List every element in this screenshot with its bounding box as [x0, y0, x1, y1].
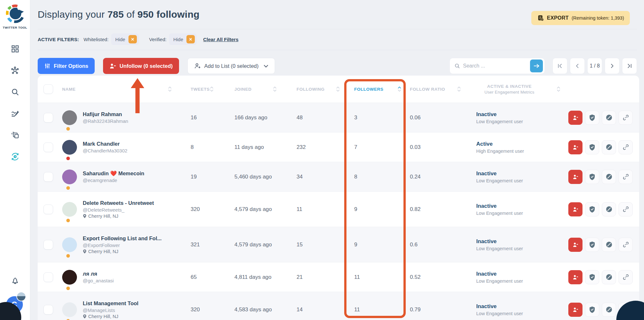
- row-checkbox[interactable]: [43, 113, 53, 123]
- column-header-following[interactable]: FOLLOWING: [297, 87, 325, 92]
- row-unfollow-button[interactable]: [568, 270, 582, 284]
- row-unfollow-button[interactable]: [568, 140, 582, 154]
- column-header-status[interactable]: ACTIVE & INACTIVE: [487, 84, 532, 89]
- row-checkbox[interactable]: [43, 205, 53, 214]
- user-name[interactable]: ля ля: [83, 271, 114, 277]
- copy-link-button[interactable]: [619, 111, 633, 125]
- search-input[interactable]: [463, 63, 530, 69]
- sort-icon-followers-active[interactable]: [398, 87, 401, 92]
- row-checkbox[interactable]: [43, 240, 53, 250]
- row-checkbox[interactable]: [43, 305, 53, 315]
- avatar[interactable]: [62, 110, 77, 125]
- block-button[interactable]: [602, 170, 616, 184]
- row-unfollow-button[interactable]: [568, 111, 582, 125]
- whitelist-shield-button[interactable]: [585, 303, 599, 317]
- follow-ratio-value: 0.82: [406, 206, 465, 213]
- user-name[interactable]: Saharudin ❤️ Memecoin: [83, 170, 144, 177]
- block-button[interactable]: [602, 238, 616, 252]
- clear-all-filters-link[interactable]: Clear All Filters: [203, 37, 238, 42]
- row-unfollow-button[interactable]: [568, 202, 582, 216]
- avatar[interactable]: [62, 169, 77, 184]
- user-name[interactable]: List Management Tool: [83, 300, 138, 306]
- copy-link-button[interactable]: [619, 170, 633, 184]
- whitelist-shield-button[interactable]: [585, 140, 599, 154]
- status-dot: [66, 219, 70, 222]
- copy-link-button[interactable]: [619, 202, 633, 216]
- sort-icon-follow-ratio[interactable]: [457, 87, 461, 92]
- followers-value: 7: [344, 144, 406, 151]
- sort-icon-status[interactable]: [557, 87, 560, 92]
- block-button[interactable]: [602, 140, 616, 154]
- shield-check-icon: [589, 241, 595, 248]
- copy-link-button[interactable]: [619, 238, 633, 252]
- dashboard-icon[interactable]: [10, 44, 20, 54]
- user-handle[interactable]: @DeleteRetweets_: [83, 207, 154, 213]
- row-checkbox[interactable]: [43, 272, 53, 282]
- sort-icon-following[interactable]: [336, 87, 340, 92]
- row-checkbox[interactable]: [43, 142, 53, 152]
- remove-filter-icon[interactable]: ✕: [128, 35, 137, 43]
- user-handle[interactable]: @ChandlerMa30302: [83, 148, 128, 153]
- whitelist-shield-button[interactable]: [585, 238, 599, 252]
- export-button[interactable]: EXPORT (Remaining token: 1,393): [531, 11, 630, 25]
- user-handle[interactable]: @ManageLists: [83, 307, 138, 313]
- network-hub-icon[interactable]: [10, 66, 20, 75]
- whitelist-shield-button[interactable]: [585, 111, 599, 125]
- notifications-bell-icon[interactable]: [10, 276, 20, 285]
- whitelist-shield-button[interactable]: [585, 170, 599, 184]
- prev-page-button[interactable]: [570, 58, 585, 74]
- copy-link-button[interactable]: [619, 140, 633, 154]
- remove-filter-icon[interactable]: ✕: [186, 35, 195, 43]
- compose-edit-icon[interactable]: [10, 109, 20, 118]
- filter-options-button[interactable]: Filter Options: [38, 58, 95, 74]
- search-submit-button[interactable]: [530, 59, 543, 72]
- select-all-checkbox[interactable]: [43, 84, 53, 94]
- copy-layers-icon[interactable]: [10, 130, 20, 140]
- user-handle[interactable]: @go_anastasi: [83, 278, 114, 283]
- filter-chip-verified: Hide ✕: [169, 33, 197, 45]
- user-name[interactable]: Hafijur Rahman: [83, 111, 128, 117]
- column-header-followers[interactable]: FOLLOWERS: [354, 87, 384, 92]
- avatar[interactable]: [62, 140, 77, 155]
- add-to-list-button[interactable]: Add to List (0 selected): [187, 58, 275, 74]
- column-header-joined[interactable]: JOINED: [234, 87, 251, 92]
- block-button[interactable]: [602, 270, 616, 284]
- row-checkbox[interactable]: [43, 172, 53, 182]
- column-header-name[interactable]: NAME: [62, 87, 76, 92]
- row-unfollow-button[interactable]: [568, 238, 582, 252]
- row-unfollow-button[interactable]: [568, 303, 582, 317]
- user-handle[interactable]: @ecamgrenade: [83, 178, 144, 183]
- first-page-button[interactable]: [553, 58, 567, 74]
- avatar[interactable]: [62, 302, 77, 317]
- column-header-follow-ratio[interactable]: FOLLOW RATIO: [410, 87, 445, 92]
- location-pin-icon: [83, 214, 87, 218]
- sort-icon-tweets[interactable]: [210, 87, 213, 92]
- block-button[interactable]: [602, 202, 616, 216]
- avatar[interactable]: [62, 270, 77, 285]
- user-handle[interactable]: @ExportFollower: [83, 242, 162, 248]
- following-value: 15: [281, 242, 344, 248]
- row-unfollow-button[interactable]: [568, 170, 582, 184]
- unfollow-button[interactable]: Unfollow (0 selected): [103, 58, 179, 74]
- joined-value: 11 days ago: [218, 144, 281, 151]
- sort-icon-name[interactable]: [168, 87, 172, 92]
- whitelist-shield-button[interactable]: [585, 202, 599, 216]
- sync-history-icon[interactable]: [10, 152, 20, 161]
- user-handle[interactable]: @Rah32243Rahman: [83, 118, 128, 124]
- next-page-button[interactable]: [605, 58, 620, 74]
- following-value: 232: [281, 144, 344, 151]
- last-page-button[interactable]: [622, 58, 637, 74]
- block-button[interactable]: [602, 303, 616, 317]
- user-name[interactable]: Delete Retweets - Unretweet: [83, 200, 154, 206]
- block-button[interactable]: [602, 111, 616, 125]
- copy-link-button[interactable]: [619, 270, 633, 284]
- avatar[interactable]: [62, 202, 77, 217]
- user-name[interactable]: Mark Chandler: [83, 141, 128, 147]
- column-header-tweets[interactable]: TWEETS: [191, 87, 210, 92]
- avatar[interactable]: [62, 237, 77, 252]
- sort-icon-joined[interactable]: [273, 87, 277, 92]
- title-prefix: Displaying your: [38, 9, 105, 20]
- whitelist-shield-button[interactable]: [585, 270, 599, 284]
- search-nav-icon[interactable]: [10, 87, 20, 97]
- user-name[interactable]: Export Following List and Fol...: [83, 235, 162, 242]
